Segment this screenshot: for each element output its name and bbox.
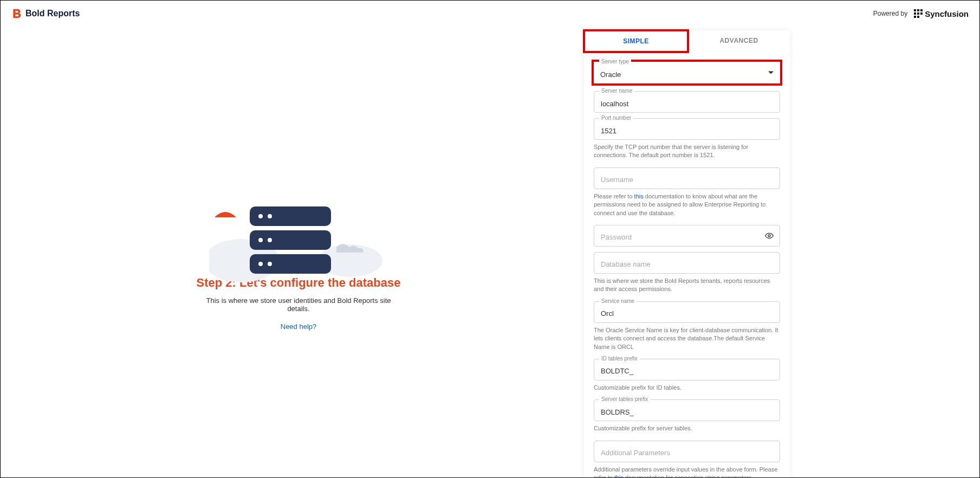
svg-point-12	[268, 214, 272, 218]
id-prefix-hint: Customizable prefix for ID tables.	[594, 384, 780, 392]
dbname-input[interactable]	[594, 252, 780, 274]
service-input[interactable]	[594, 301, 780, 323]
syncfusion-icon	[914, 9, 923, 18]
dbname-wrap	[594, 252, 780, 274]
svg-point-11	[258, 214, 263, 218]
tabs: SIMPLE ADVANCED	[584, 30, 790, 52]
database-illustration	[201, 196, 396, 299]
eye-icon[interactable]	[765, 231, 774, 240]
additional-hint: Additional parameters override input val…	[594, 466, 780, 478]
svg-rect-7	[917, 16, 919, 18]
chevron-down-icon	[768, 72, 774, 74]
svg-rect-0	[914, 9, 916, 11]
svg-rect-2	[920, 9, 923, 11]
port-wrap: Port number	[594, 118, 780, 140]
port-hint: Specify the TCP port number that the ser…	[594, 143, 780, 160]
port-input[interactable]	[594, 118, 780, 140]
syncfusion-logo: Syncfusion	[914, 9, 969, 18]
svg-point-19	[768, 235, 770, 237]
additional-doc-link[interactable]: this	[614, 474, 624, 478]
password-wrap	[594, 225, 780, 247]
bold-reports-logo: Bold Reports	[11, 8, 80, 19]
server-type-label: Server type	[599, 59, 631, 64]
server-prefix-label: Server tables prefix	[599, 396, 650, 402]
id-prefix-input[interactable]	[594, 359, 780, 380]
server-name-label: Server name	[599, 88, 634, 94]
powered-by-label: Powered by	[873, 10, 907, 17]
bold-reports-icon	[11, 8, 22, 19]
server-prefix-wrap: Server tables prefix	[594, 399, 780, 421]
svg-point-14	[258, 238, 263, 242]
tab-advanced[interactable]: ADVANCED	[688, 30, 790, 52]
form-body: Server type Oracle Server name Port numb…	[584, 52, 790, 478]
additional-input[interactable]	[594, 441, 780, 462]
svg-point-15	[268, 238, 272, 242]
svg-rect-6	[914, 16, 916, 18]
service-label: Service name	[599, 298, 637, 304]
additional-wrap	[594, 441, 780, 462]
service-wrap: Service name	[594, 301, 780, 323]
config-panel: SIMPLE ADVANCED Server type Oracle Serve…	[584, 30, 790, 478]
svg-rect-3	[914, 12, 916, 15]
server-name-wrap: Server name	[594, 91, 780, 113]
username-input[interactable]	[594, 167, 780, 189]
id-prefix-wrap: ID tables prefix	[594, 359, 780, 380]
password-input[interactable]	[594, 225, 780, 247]
username-doc-link[interactable]: this	[634, 193, 644, 199]
svg-rect-5	[920, 12, 923, 15]
id-prefix-label: ID tables prefix	[599, 356, 640, 361]
server-type-select[interactable]: Oracle	[594, 62, 780, 83]
server-prefix-input[interactable]	[594, 399, 780, 421]
port-label: Port number	[599, 115, 633, 121]
server-prefix-hint: Customizable prefix for server tables.	[594, 424, 780, 432]
step-subtitle: This is where we store user identities a…	[196, 296, 401, 313]
svg-rect-1	[917, 9, 919, 11]
svg-point-18	[268, 262, 272, 266]
powered-by-syncfusion: Powered by Syncfusion	[873, 9, 969, 18]
svg-point-17	[258, 262, 263, 266]
server-name-input[interactable]	[594, 91, 780, 113]
svg-rect-4	[917, 12, 919, 15]
dbname-hint: This is where we store the Bold Reports …	[594, 277, 780, 294]
server-type-value: Oracle	[600, 70, 621, 79]
header: Bold Reports Powered by Syncfusion	[1, 1, 979, 27]
need-help-wrap: Need help?	[196, 322, 401, 331]
bold-reports-text: Bold Reports	[25, 9, 80, 18]
need-help-link[interactable]: Need help?	[281, 322, 317, 331]
service-hint: The Oracle Service Name is key for clien…	[594, 326, 780, 351]
username-hint: Please refer to this documentation to kn…	[594, 192, 780, 217]
username-wrap	[594, 167, 780, 189]
tab-simple[interactable]: SIMPLE	[583, 29, 689, 53]
server-type-wrap: Server type Oracle	[592, 60, 782, 86]
